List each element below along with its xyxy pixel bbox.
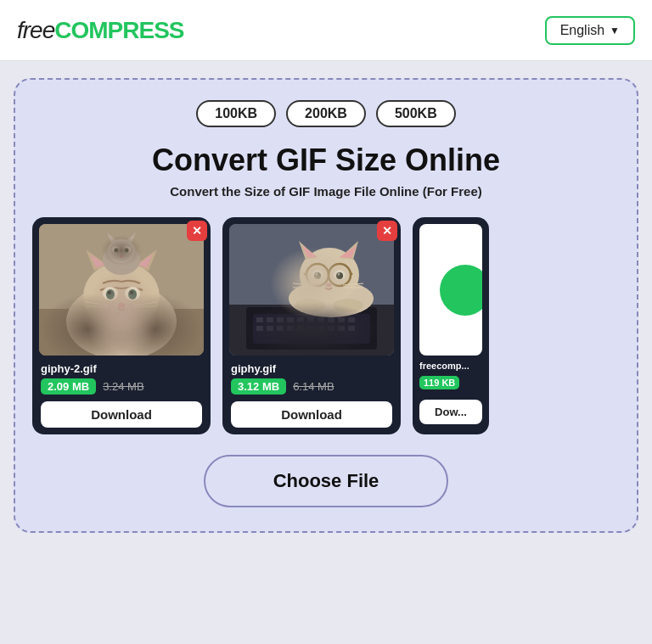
svg-marker-58 xyxy=(340,241,358,260)
svg-rect-44 xyxy=(267,326,273,331)
language-label: English xyxy=(560,23,604,38)
svg-point-27 xyxy=(125,249,129,253)
cat2-svg xyxy=(229,224,394,356)
svg-point-15 xyxy=(118,303,125,308)
svg-rect-39 xyxy=(318,317,324,322)
svg-line-74 xyxy=(343,283,363,285)
cat1-svg xyxy=(39,224,204,356)
chevron-down-icon: ▼ xyxy=(610,25,620,36)
svg-point-21 xyxy=(108,239,135,263)
svg-point-55 xyxy=(333,299,363,312)
cat3-image xyxy=(419,224,482,356)
choose-file-button[interactable]: Choose File xyxy=(204,455,449,507)
size-old-2: 6.14 MB xyxy=(293,380,334,393)
badge-200kb[interactable]: 200KB xyxy=(286,100,366,127)
svg-rect-1 xyxy=(39,224,204,309)
svg-point-70 xyxy=(338,273,340,276)
badge-100kb[interactable]: 100KB xyxy=(196,100,276,127)
svg-point-68 xyxy=(336,272,343,279)
svg-rect-38 xyxy=(307,317,314,322)
file-name-2: giphy.gif xyxy=(231,362,392,375)
svg-line-18 xyxy=(134,302,157,305)
cat2-image xyxy=(229,224,394,356)
size-new-3: 119 KB xyxy=(419,376,459,389)
svg-point-9 xyxy=(103,287,118,300)
svg-rect-0 xyxy=(39,224,204,356)
svg-rect-49 xyxy=(318,326,324,331)
main-content: 100KB 200KB 500KB Convert GIF Size Onlin… xyxy=(0,61,652,644)
svg-rect-34 xyxy=(267,317,273,322)
svg-point-14 xyxy=(130,291,133,294)
svg-point-20 xyxy=(103,244,140,275)
svg-marker-60 xyxy=(340,245,357,258)
size-badges-row: 100KB 200KB 500KB xyxy=(32,100,620,127)
badge-500kb[interactable]: 500KB xyxy=(376,100,456,127)
svg-line-72 xyxy=(293,283,314,285)
download-button-2[interactable]: Download xyxy=(231,401,392,428)
cat1-image xyxy=(39,224,204,356)
svg-point-69 xyxy=(316,273,318,276)
file-preview-3 xyxy=(419,224,482,356)
svg-marker-6 xyxy=(136,249,157,271)
size-new-2: 3.12 MB xyxy=(231,378,286,395)
svg-rect-42 xyxy=(348,317,355,322)
svg-marker-8 xyxy=(138,254,153,268)
close-button-1[interactable]: ✕ xyxy=(187,221,207,241)
svg-rect-45 xyxy=(277,326,284,331)
svg-line-16 xyxy=(86,302,109,305)
file-sizes-1: 2.09 MB 3.24 MB xyxy=(41,378,202,395)
svg-rect-35 xyxy=(277,317,284,322)
svg-rect-50 xyxy=(328,326,334,331)
svg-point-12 xyxy=(128,289,137,300)
svg-marker-57 xyxy=(299,241,318,260)
svg-point-71 xyxy=(326,283,332,288)
files-row: ✕ xyxy=(32,217,620,434)
svg-line-17 xyxy=(86,306,109,307)
file-card-3: freecomp... 119 KB Dow... xyxy=(413,217,489,434)
file-info-2: giphy.gif 3.12 MB 6.14 MB Download xyxy=(229,362,394,428)
logo-compress-text: COMPRESS xyxy=(54,17,183,43)
green-circle xyxy=(440,265,482,316)
header: freeCOMPRESS English ▼ xyxy=(0,0,652,61)
svg-point-54 xyxy=(295,299,325,312)
file-name-1: giphy-2.gif xyxy=(41,362,202,375)
file-sizes-2: 3.12 MB 6.14 MB xyxy=(231,378,392,395)
page-subtitle: Convert the Size of GIF Image File Onlin… xyxy=(32,184,620,199)
svg-rect-36 xyxy=(287,317,294,322)
svg-rect-31 xyxy=(246,307,377,350)
svg-marker-22 xyxy=(107,232,117,243)
file-card-2: ✕ xyxy=(222,217,401,434)
svg-rect-46 xyxy=(287,326,294,331)
language-button[interactable]: English ▼ xyxy=(545,16,635,45)
logo: freeCOMPRESS xyxy=(17,17,184,44)
svg-point-24 xyxy=(112,246,121,253)
svg-rect-37 xyxy=(297,317,304,322)
svg-point-66 xyxy=(334,270,346,280)
download-button-3[interactable]: Dow... xyxy=(419,400,482,424)
svg-point-4 xyxy=(83,262,160,330)
svg-marker-59 xyxy=(302,245,318,258)
file-info-1: giphy-2.gif 2.09 MB 3.24 MB Download xyxy=(39,362,204,428)
svg-point-3 xyxy=(66,283,177,356)
svg-rect-33 xyxy=(256,317,263,322)
svg-rect-2 xyxy=(39,309,204,356)
svg-rect-48 xyxy=(307,326,314,331)
svg-marker-5 xyxy=(86,249,107,271)
svg-marker-7 xyxy=(90,254,105,268)
svg-point-62 xyxy=(329,264,351,286)
size-old-1: 3.24 MB xyxy=(103,380,143,393)
page-title: Convert GIF Size Online xyxy=(32,143,620,177)
svg-point-28 xyxy=(120,255,124,258)
close-button-2[interactable]: ✕ xyxy=(377,221,397,241)
file-card-1: ✕ xyxy=(32,217,211,434)
svg-point-53 xyxy=(289,280,374,317)
svg-marker-23 xyxy=(126,232,136,243)
file-preview-2 xyxy=(229,224,394,356)
svg-point-11 xyxy=(106,289,115,300)
svg-point-25 xyxy=(122,246,131,253)
logo-free-text: free xyxy=(17,17,54,43)
download-button-1[interactable]: Download xyxy=(41,401,202,428)
size-new-1: 2.09 MB xyxy=(41,378,96,395)
svg-point-67 xyxy=(314,272,321,279)
svg-line-19 xyxy=(134,306,157,307)
